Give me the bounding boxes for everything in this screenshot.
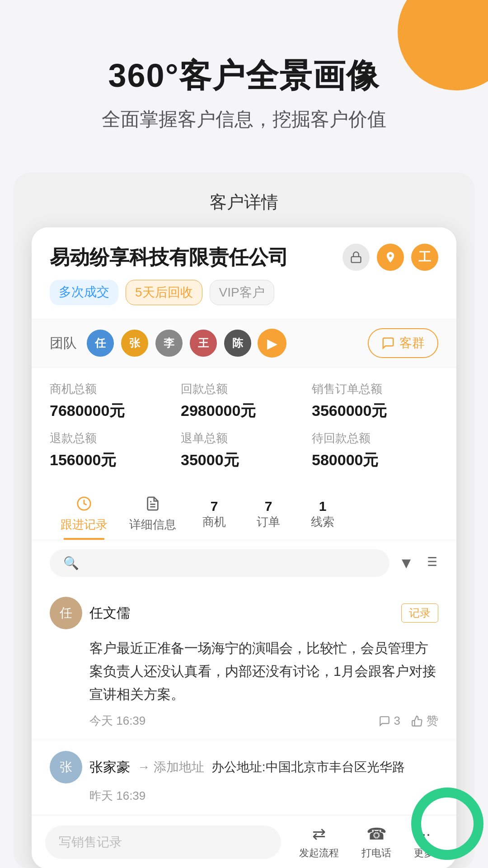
page-main-title: 360°客户全景画像	[27, 54, 461, 98]
tab-leads-count: 1	[319, 499, 327, 514]
stat-label-4: 退单总额	[181, 430, 307, 446]
record-1-header: 任 任文儒 记录	[50, 597, 438, 629]
tab-opportunity-label: 商机	[202, 514, 226, 530]
lock-icon[interactable]	[343, 244, 370, 271]
page-subtitle: 全面掌握客户信息，挖掘客户价值	[27, 107, 461, 132]
tab-detail-label: 详细信息	[129, 517, 176, 533]
record-1-actions: 3 赞	[379, 713, 438, 729]
stat-value-4: 35000元	[181, 450, 307, 471]
main-container: 客户详情 易动纷享科技有限责任公司	[14, 173, 474, 868]
team-section: 团队 任 张 李 王 陈 ▶ 客群	[32, 319, 456, 367]
tab-follow-records[interactable]: 跟进记录	[50, 489, 118, 540]
tab-leads-label: 线索	[311, 514, 334, 530]
main-card: 易动纷享科技有限责任公司	[32, 227, 456, 868]
record-1-user: 任 任文儒	[50, 597, 130, 629]
tab-orders[interactable]: 7 订单	[241, 491, 296, 537]
like-action[interactable]: 赞	[411, 713, 438, 729]
flow-icon: ⇄	[312, 825, 326, 844]
company-icons: 工	[343, 244, 438, 271]
deco-circle-bottom	[411, 788, 483, 860]
stats-grid: 商机总额 7680000元 回款总额 2980000元 销售订单总额 35600…	[50, 381, 438, 471]
avatar-2[interactable]: 张	[120, 329, 149, 358]
stat-item-2: 销售订单总额 3560000元	[312, 381, 438, 421]
stat-label-0: 商机总额	[50, 381, 176, 397]
svg-rect-0	[352, 257, 361, 263]
team-left: 团队 任 张 李 王 陈 ▶	[50, 329, 286, 358]
tag-multiple-deal: 多次成交	[50, 280, 118, 305]
stat-item-4: 退单总额 35000元	[181, 430, 307, 471]
record-1-time: 今天 16:39	[89, 713, 145, 729]
tag-recycle: 5天后回收	[126, 280, 202, 305]
tab-orders-label: 订单	[257, 514, 280, 530]
comment-count: 3	[394, 714, 400, 728]
stat-value-5: 580000元	[312, 450, 438, 471]
record-2-action: → 添加地址	[137, 759, 204, 776]
record-1-tag: 记录	[401, 604, 438, 623]
phone-icon: ☎	[366, 825, 387, 844]
record-1-footer: 今天 16:39 3 赞	[89, 713, 438, 729]
record-2-content: 办公地址:中国北京市丰台区光华路	[211, 759, 405, 776]
work-icon[interactable]: 工	[411, 244, 438, 271]
stat-label-5: 待回款总额	[312, 430, 438, 446]
search-tools: ▼	[399, 554, 438, 573]
write-placeholder: 写销售记录	[59, 835, 122, 849]
avatar-4[interactable]: 王	[189, 329, 218, 358]
record-1-avatar: 任	[50, 597, 82, 629]
avatar-1[interactable]: 任	[86, 329, 115, 358]
tab-follow-label: 跟进记录	[61, 517, 108, 533]
record-item-1: 任 任文儒 记录 客户最近正准备一场海宁的演唱会，比较忙，会员管理方案负责人还没…	[32, 586, 456, 740]
record-2-avatar: 张	[50, 751, 82, 783]
tab-navigation: 跟进记录 详细信息 7	[32, 484, 456, 540]
comment-action[interactable]: 3	[379, 714, 400, 728]
stat-label-2: 销售订单总额	[312, 381, 438, 397]
stat-item-3: 退款总额 156000元	[50, 430, 176, 471]
company-row: 易动纷享科技有限责任公司	[50, 244, 438, 271]
stat-item-5: 待回款总额 580000元	[312, 430, 438, 471]
call-label: 打电话	[361, 846, 391, 860]
record-item-2: 张 张家豪 → 添加地址 办公地址:中国北京市丰台区光华路 昨天 16:39	[32, 740, 456, 815]
kequn-button[interactable]: 客群	[368, 328, 438, 358]
stat-value-3: 156000元	[50, 450, 176, 471]
stat-item-1: 回款总额 2980000元	[181, 381, 307, 421]
location-icon[interactable]	[377, 244, 404, 271]
search-section: 🔍 ▼	[32, 540, 456, 586]
avatar-5[interactable]: 陈	[223, 329, 252, 358]
bottom-toolbar: 写销售记录 ⇄ 发起流程 ☎ 打电话 ··· 更多	[32, 815, 456, 868]
sort-icon[interactable]	[423, 554, 438, 573]
like-label: 赞	[427, 713, 438, 729]
stats-section: 商机总额 7680000元 回款总额 2980000元 销售订单总额 35600…	[32, 367, 456, 484]
tab-leads[interactable]: 1 线索	[296, 491, 350, 537]
company-tags: 多次成交 5天后回收 VIP客户	[50, 280, 438, 305]
bg-card-title: 客户详情	[32, 191, 456, 214]
tab-detail-info[interactable]: 详细信息	[118, 489, 187, 540]
bg-card: 客户详情 易动纷享科技有限责任公司	[14, 173, 474, 868]
record-2-username: 张家豪	[89, 758, 130, 777]
search-input-wrap[interactable]: 🔍	[50, 549, 389, 577]
company-name: 易动纷享科技有限责任公司	[50, 244, 288, 271]
record-2-header: 张 张家豪 → 添加地址 办公地址:中国北京市丰台区光华路	[50, 751, 438, 783]
stat-value-2: 3560000元	[312, 401, 438, 421]
tab-opportunity-count: 7	[211, 499, 218, 514]
stat-value-1: 2980000元	[181, 401, 307, 421]
tab-orders-count: 7	[265, 499, 272, 514]
team-label: 团队	[50, 334, 77, 353]
flow-label: 发起流程	[299, 846, 339, 860]
avatar-more[interactable]: ▶	[258, 329, 286, 358]
record-1-username: 任文儒	[89, 604, 130, 623]
avatar-3[interactable]: 李	[155, 329, 183, 358]
clock-icon	[76, 496, 92, 515]
call-button[interactable]: ☎ 打电话	[352, 825, 400, 860]
stat-label-1: 回款总额	[181, 381, 307, 397]
search-icon: 🔍	[63, 556, 79, 571]
stat-label-3: 退款总额	[50, 430, 176, 446]
record-1-content: 客户最近正准备一场海宁的演唱会，比较忙，会员管理方案负责人还没认真看，内部还没有…	[89, 637, 438, 706]
start-flow-button[interactable]: ⇄ 发起流程	[290, 825, 348, 860]
kequn-label: 客群	[399, 335, 425, 352]
stat-item-0: 商机总额 7680000元	[50, 381, 176, 421]
filter-icon[interactable]: ▼	[399, 554, 414, 572]
stat-value-0: 7680000元	[50, 401, 176, 421]
header-section: 360°客户全景画像 全面掌握客户信息，挖掘客户价值	[0, 0, 488, 159]
tab-opportunity[interactable]: 7 商机	[187, 491, 241, 537]
tag-vip: VIP客户	[210, 280, 274, 305]
write-sales-record-input[interactable]: 写销售记录	[45, 826, 281, 859]
